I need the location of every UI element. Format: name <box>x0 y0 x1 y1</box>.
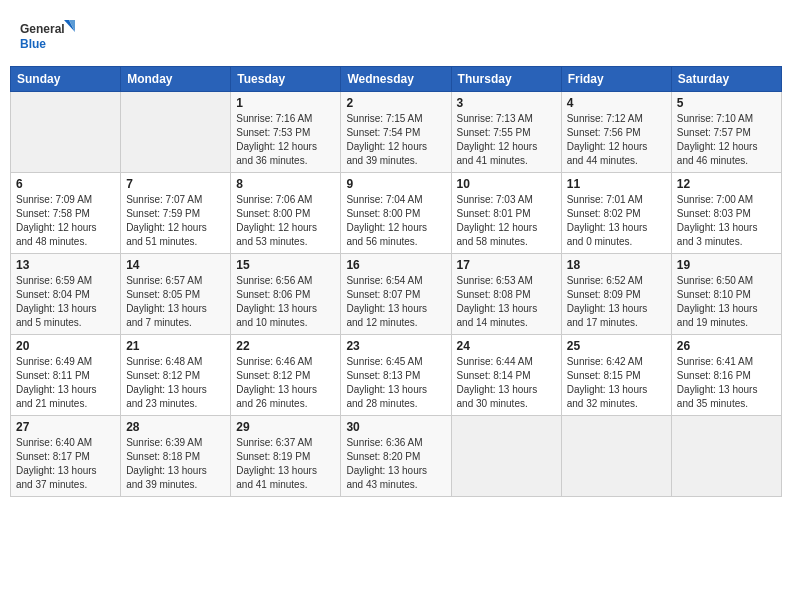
day-number: 18 <box>567 258 666 272</box>
day-content: Sunrise: 7:04 AMSunset: 8:00 PMDaylight:… <box>346 193 445 249</box>
calendar-cell <box>11 92 121 173</box>
day-number: 16 <box>346 258 445 272</box>
weekday-header: Thursday <box>451 67 561 92</box>
day-content: Sunrise: 6:41 AMSunset: 8:16 PMDaylight:… <box>677 355 776 411</box>
day-number: 28 <box>126 420 225 434</box>
svg-text:General: General <box>20 22 65 36</box>
day-content: Sunrise: 7:13 AMSunset: 7:55 PMDaylight:… <box>457 112 556 168</box>
day-content: Sunrise: 6:54 AMSunset: 8:07 PMDaylight:… <box>346 274 445 330</box>
day-content: Sunrise: 6:45 AMSunset: 8:13 PMDaylight:… <box>346 355 445 411</box>
calendar-cell: 1Sunrise: 7:16 AMSunset: 7:53 PMDaylight… <box>231 92 341 173</box>
calendar-cell: 18Sunrise: 6:52 AMSunset: 8:09 PMDayligh… <box>561 254 671 335</box>
calendar-cell <box>561 416 671 497</box>
calendar-cell: 2Sunrise: 7:15 AMSunset: 7:54 PMDaylight… <box>341 92 451 173</box>
calendar-cell: 13Sunrise: 6:59 AMSunset: 8:04 PMDayligh… <box>11 254 121 335</box>
calendar-cell: 23Sunrise: 6:45 AMSunset: 8:13 PMDayligh… <box>341 335 451 416</box>
calendar-cell: 26Sunrise: 6:41 AMSunset: 8:16 PMDayligh… <box>671 335 781 416</box>
calendar-cell: 14Sunrise: 6:57 AMSunset: 8:05 PMDayligh… <box>121 254 231 335</box>
day-number: 9 <box>346 177 445 191</box>
calendar-cell: 16Sunrise: 6:54 AMSunset: 8:07 PMDayligh… <box>341 254 451 335</box>
calendar-cell: 21Sunrise: 6:48 AMSunset: 8:12 PMDayligh… <box>121 335 231 416</box>
calendar-cell: 17Sunrise: 6:53 AMSunset: 8:08 PMDayligh… <box>451 254 561 335</box>
day-number: 11 <box>567 177 666 191</box>
weekday-header: Tuesday <box>231 67 341 92</box>
day-content: Sunrise: 6:46 AMSunset: 8:12 PMDaylight:… <box>236 355 335 411</box>
day-number: 15 <box>236 258 335 272</box>
calendar-week-row: 27Sunrise: 6:40 AMSunset: 8:17 PMDayligh… <box>11 416 782 497</box>
day-number: 13 <box>16 258 115 272</box>
day-content: Sunrise: 6:44 AMSunset: 8:14 PMDaylight:… <box>457 355 556 411</box>
generalblue-logo-icon: General Blue <box>20 18 75 56</box>
calendar-week-row: 20Sunrise: 6:49 AMSunset: 8:11 PMDayligh… <box>11 335 782 416</box>
calendar-cell: 27Sunrise: 6:40 AMSunset: 8:17 PMDayligh… <box>11 416 121 497</box>
calendar-cell: 5Sunrise: 7:10 AMSunset: 7:57 PMDaylight… <box>671 92 781 173</box>
calendar-cell: 19Sunrise: 6:50 AMSunset: 8:10 PMDayligh… <box>671 254 781 335</box>
day-number: 29 <box>236 420 335 434</box>
calendar-cell: 22Sunrise: 6:46 AMSunset: 8:12 PMDayligh… <box>231 335 341 416</box>
day-number: 17 <box>457 258 556 272</box>
day-number: 2 <box>346 96 445 110</box>
day-content: Sunrise: 6:40 AMSunset: 8:17 PMDaylight:… <box>16 436 115 492</box>
day-number: 3 <box>457 96 556 110</box>
day-content: Sunrise: 6:37 AMSunset: 8:19 PMDaylight:… <box>236 436 335 492</box>
day-content: Sunrise: 6:56 AMSunset: 8:06 PMDaylight:… <box>236 274 335 330</box>
day-content: Sunrise: 6:59 AMSunset: 8:04 PMDaylight:… <box>16 274 115 330</box>
day-number: 5 <box>677 96 776 110</box>
day-content: Sunrise: 6:50 AMSunset: 8:10 PMDaylight:… <box>677 274 776 330</box>
calendar-cell: 10Sunrise: 7:03 AMSunset: 8:01 PMDayligh… <box>451 173 561 254</box>
day-number: 19 <box>677 258 776 272</box>
day-content: Sunrise: 7:10 AMSunset: 7:57 PMDaylight:… <box>677 112 776 168</box>
day-number: 20 <box>16 339 115 353</box>
day-number: 7 <box>126 177 225 191</box>
weekday-header: Sunday <box>11 67 121 92</box>
day-number: 30 <box>346 420 445 434</box>
calendar-header-row: SundayMondayTuesdayWednesdayThursdayFrid… <box>11 67 782 92</box>
page-header: General Blue <box>10 10 782 62</box>
day-number: 21 <box>126 339 225 353</box>
calendar-cell: 20Sunrise: 6:49 AMSunset: 8:11 PMDayligh… <box>11 335 121 416</box>
day-content: Sunrise: 7:06 AMSunset: 8:00 PMDaylight:… <box>236 193 335 249</box>
day-number: 1 <box>236 96 335 110</box>
day-number: 12 <box>677 177 776 191</box>
day-content: Sunrise: 7:12 AMSunset: 7:56 PMDaylight:… <box>567 112 666 168</box>
day-content: Sunrise: 6:57 AMSunset: 8:05 PMDaylight:… <box>126 274 225 330</box>
calendar-cell: 8Sunrise: 7:06 AMSunset: 8:00 PMDaylight… <box>231 173 341 254</box>
calendar-cell: 15Sunrise: 6:56 AMSunset: 8:06 PMDayligh… <box>231 254 341 335</box>
calendar-cell: 6Sunrise: 7:09 AMSunset: 7:58 PMDaylight… <box>11 173 121 254</box>
svg-text:Blue: Blue <box>20 37 46 51</box>
day-content: Sunrise: 6:49 AMSunset: 8:11 PMDaylight:… <box>16 355 115 411</box>
calendar-cell: 12Sunrise: 7:00 AMSunset: 8:03 PMDayligh… <box>671 173 781 254</box>
calendar-cell: 7Sunrise: 7:07 AMSunset: 7:59 PMDaylight… <box>121 173 231 254</box>
calendar-week-row: 1Sunrise: 7:16 AMSunset: 7:53 PMDaylight… <box>11 92 782 173</box>
day-content: Sunrise: 7:03 AMSunset: 8:01 PMDaylight:… <box>457 193 556 249</box>
calendar-cell: 4Sunrise: 7:12 AMSunset: 7:56 PMDaylight… <box>561 92 671 173</box>
weekday-header: Wednesday <box>341 67 451 92</box>
day-content: Sunrise: 7:15 AMSunset: 7:54 PMDaylight:… <box>346 112 445 168</box>
day-number: 10 <box>457 177 556 191</box>
calendar-table: SundayMondayTuesdayWednesdayThursdayFrid… <box>10 66 782 497</box>
weekday-header: Friday <box>561 67 671 92</box>
calendar-cell: 29Sunrise: 6:37 AMSunset: 8:19 PMDayligh… <box>231 416 341 497</box>
day-number: 4 <box>567 96 666 110</box>
day-content: Sunrise: 6:52 AMSunset: 8:09 PMDaylight:… <box>567 274 666 330</box>
calendar-cell: 11Sunrise: 7:01 AMSunset: 8:02 PMDayligh… <box>561 173 671 254</box>
weekday-header: Monday <box>121 67 231 92</box>
day-content: Sunrise: 7:16 AMSunset: 7:53 PMDaylight:… <box>236 112 335 168</box>
weekday-header: Saturday <box>671 67 781 92</box>
calendar-cell <box>671 416 781 497</box>
day-number: 25 <box>567 339 666 353</box>
calendar-cell: 3Sunrise: 7:13 AMSunset: 7:55 PMDaylight… <box>451 92 561 173</box>
day-content: Sunrise: 6:36 AMSunset: 8:20 PMDaylight:… <box>346 436 445 492</box>
day-content: Sunrise: 6:48 AMSunset: 8:12 PMDaylight:… <box>126 355 225 411</box>
day-number: 8 <box>236 177 335 191</box>
day-content: Sunrise: 7:07 AMSunset: 7:59 PMDaylight:… <box>126 193 225 249</box>
calendar-cell: 28Sunrise: 6:39 AMSunset: 8:18 PMDayligh… <box>121 416 231 497</box>
day-content: Sunrise: 6:39 AMSunset: 8:18 PMDaylight:… <box>126 436 225 492</box>
day-content: Sunrise: 6:53 AMSunset: 8:08 PMDaylight:… <box>457 274 556 330</box>
day-number: 26 <box>677 339 776 353</box>
calendar-cell: 9Sunrise: 7:04 AMSunset: 8:00 PMDaylight… <box>341 173 451 254</box>
logo: General Blue <box>20 18 75 56</box>
calendar-cell <box>121 92 231 173</box>
day-number: 23 <box>346 339 445 353</box>
calendar-cell: 30Sunrise: 6:36 AMSunset: 8:20 PMDayligh… <box>341 416 451 497</box>
